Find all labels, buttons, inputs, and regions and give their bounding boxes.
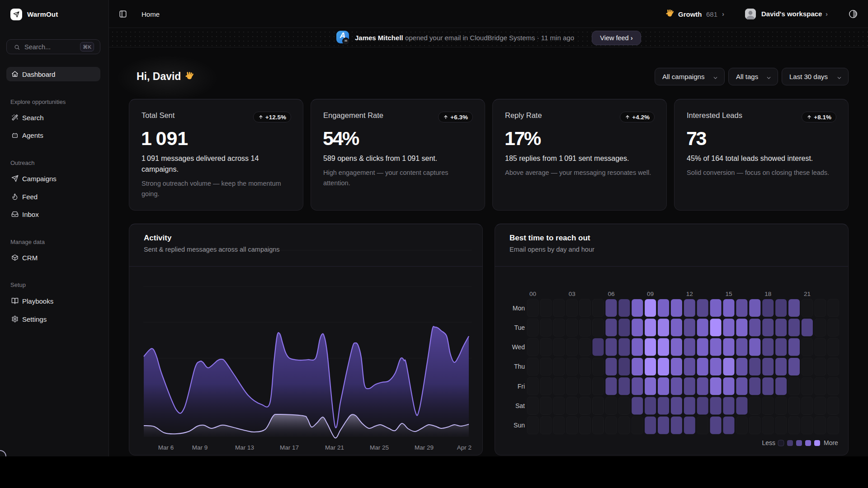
svg-text:15: 15 (725, 291, 732, 297)
svg-text:Mar 21: Mar 21 (325, 444, 344, 451)
svg-text:09: 09 (647, 291, 654, 297)
svg-text:Mar 17: Mar 17 (280, 444, 299, 451)
svg-text:00: 00 (529, 291, 536, 297)
svg-text:21: 21 (804, 291, 811, 297)
svg-text:Mar 13: Mar 13 (235, 444, 254, 451)
svg-text:Sat: Sat (515, 402, 525, 409)
svg-text:Mon: Mon (513, 305, 525, 312)
svg-text:Tue: Tue (514, 324, 525, 331)
svg-text:More: More (824, 439, 838, 446)
svg-text:Mar 6: Mar 6 (158, 444, 174, 451)
svg-text:06: 06 (608, 291, 614, 297)
svg-text:Mar 9: Mar 9 (192, 444, 208, 451)
svg-text:03: 03 (569, 291, 576, 297)
svg-text:18: 18 (764, 291, 771, 297)
svg-text:Less: Less (762, 439, 775, 446)
svg-text:Thu: Thu (514, 363, 525, 370)
svg-text:Mar 25: Mar 25 (370, 444, 389, 451)
svg-text:Fri: Fri (518, 383, 525, 390)
svg-text:Wed: Wed (512, 343, 525, 351)
svg-text:Apr 2: Apr 2 (457, 444, 472, 451)
svg-text:Mar 29: Mar 29 (415, 444, 434, 451)
svg-text:Sun: Sun (514, 422, 525, 429)
svg-text:12: 12 (686, 291, 693, 297)
